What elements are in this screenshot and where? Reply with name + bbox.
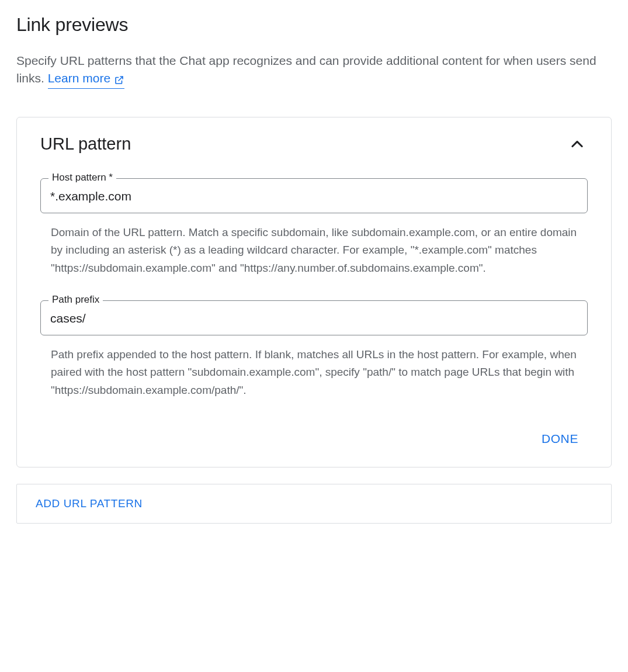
page-description: Specify URL patterns that the Chat app r… xyxy=(16,52,612,89)
url-pattern-card: URL pattern Host pattern * Domain of the… xyxy=(16,117,612,467)
host-pattern-helper: Domain of the URL pattern. Match a speci… xyxy=(40,218,588,277)
learn-more-label: Learn more xyxy=(48,70,110,87)
collapse-toggle[interactable] xyxy=(567,134,588,155)
chevron-up-icon xyxy=(569,136,585,153)
host-pattern-field-wrap: Host pattern * xyxy=(40,178,588,213)
host-pattern-label: Host pattern * xyxy=(48,172,116,183)
card-header: URL pattern xyxy=(40,134,588,155)
path-prefix-field-wrap: Path prefix xyxy=(40,300,588,335)
external-link-icon xyxy=(114,75,124,85)
host-pattern-input[interactable] xyxy=(40,178,588,213)
done-button[interactable]: DONE xyxy=(535,427,585,451)
add-url-pattern-button[interactable]: ADD URL PATTERN xyxy=(16,484,612,524)
page-title: Link previews xyxy=(16,14,612,36)
path-prefix-input[interactable] xyxy=(40,300,588,335)
path-prefix-label: Path prefix xyxy=(48,294,103,306)
card-actions: DONE xyxy=(40,427,588,451)
path-prefix-helper: Path prefix appended to the host pattern… xyxy=(40,340,588,399)
card-title: URL pattern xyxy=(40,134,131,154)
learn-more-link[interactable]: Learn more xyxy=(48,70,124,88)
